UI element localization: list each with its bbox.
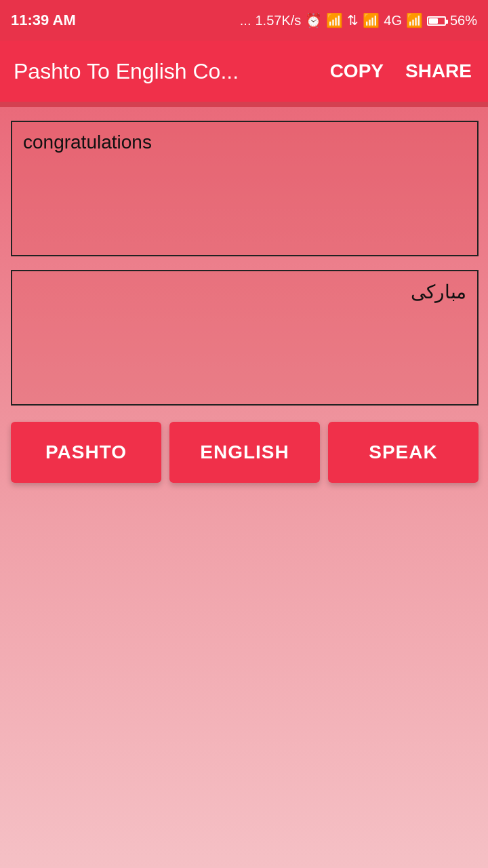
pashto-text-input[interactable]: [11, 270, 479, 406]
signal-icon: 📶: [363, 12, 380, 28]
copy-button[interactable]: COPY: [327, 55, 386, 87]
network-type: 4G: [384, 13, 402, 28]
app-bar-actions: COPY SHARE: [327, 55, 474, 87]
status-bar: 11:39 AM ... 1.57K/s ⏰ 📶 ⇅ 📶 4G 📶 56%: [0, 0, 488, 41]
app-title: Pashto To English Co...: [14, 59, 327, 84]
english-button[interactable]: ENGLISH: [169, 422, 320, 483]
header-divider: [0, 102, 488, 107]
speed-indicator: 1.57K/s: [255, 13, 301, 28]
status-time: 11:39 AM: [11, 12, 76, 29]
alarm-icon: ⏰: [305, 12, 322, 28]
battery-icon: [427, 13, 446, 28]
dots-icon: ...: [240, 13, 251, 28]
status-icons: ... 1.57K/s ⏰ 📶 ⇅ 📶 4G 📶 56%: [240, 12, 477, 28]
app-bar: Pashto To English Co... COPY SHARE: [0, 41, 488, 102]
action-buttons-row: PASHTO ENGLISH SPEAK: [11, 422, 479, 483]
wifi-icon: 📶: [326, 12, 343, 28]
english-text-input[interactable]: [11, 121, 479, 256]
speak-button[interactable]: SPEAK: [328, 422, 479, 483]
pashto-button[interactable]: PASHTO: [11, 422, 161, 483]
data-arrows-icon: ⇅: [347, 12, 359, 28]
battery-percent: 56%: [450, 13, 477, 28]
share-button[interactable]: SHARE: [403, 55, 474, 87]
signal-icon-2: 📶: [406, 12, 423, 28]
main-content: PASHTO ENGLISH SPEAK: [0, 107, 488, 496]
